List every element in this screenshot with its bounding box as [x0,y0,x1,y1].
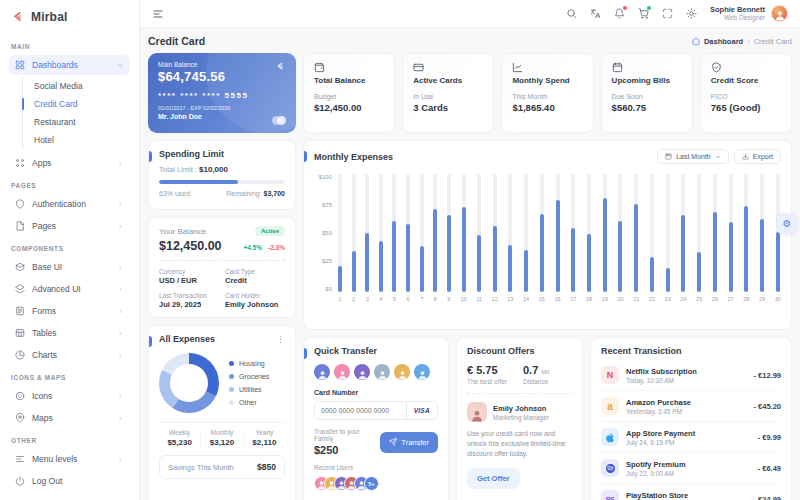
transaction-name: Netflix Subscription [626,367,746,376]
stat-value: $1,865.40 [512,102,582,113]
sidebar-item-advanced-ui[interactable]: Advanced UI [9,279,130,299]
home-icon[interactable] [692,37,700,45]
more-users-badge[interactable]: 5+ [364,476,379,491]
sidebar-item-maps[interactable]: Maps [9,408,130,428]
expense-stat-value: $3,120 [201,438,242,447]
sidebar-item-dashboards[interactable]: Dashboards [9,55,130,75]
chevron-right-icon [117,352,124,359]
sidebar-subitem-credit-card[interactable]: Credit Card [32,95,130,113]
transfer-contact-avatar[interactable] [414,364,430,380]
card-number-input[interactable] [315,402,406,419]
sidebar-item-menu-levels[interactable]: Menu levels [9,449,130,469]
sidebar-item-forms[interactable]: Forms [9,301,130,321]
distance-unit: Mil [541,369,549,375]
x-tick: 9 [447,296,450,302]
transfer-to-label: Transfer to your Family [314,428,380,442]
legend-other: Other [229,399,269,406]
bar-track [420,174,424,292]
app-logo[interactable]: Mirbal [9,8,130,34]
sidebar-subitem-hotel[interactable]: Hotel [32,131,130,149]
export-button[interactable]: Export [734,149,781,164]
expenses-donut-chart [159,353,219,413]
x-tick: 11 [476,296,482,302]
change-up: +4.5% [243,244,262,251]
netflix-icon: N [601,366,619,384]
notification-icon[interactable] [614,8,625,19]
sidebar-caption-components: Components [11,245,128,252]
transfer-contact-avatar[interactable] [314,364,330,380]
transaction-amount: - €12.99 [753,371,781,380]
sidebar-item-icons[interactable]: Icons [9,386,130,406]
legend-dot [229,374,234,379]
theme-sun-icon[interactable] [686,8,697,19]
sidebar-item-label: Advanced UI [32,284,110,294]
transfer-contact-avatar[interactable] [354,364,370,380]
fullscreen-icon[interactable] [662,8,673,19]
bar-day-18: 18 [586,174,592,302]
user-menu[interactable]: Sophie Bennett Web Designer [710,5,788,23]
stat-label: Budget [314,93,384,100]
sidebar-subitem-restaurant[interactable]: Restaurant [32,113,130,131]
cart-icon[interactable] [638,8,649,19]
sidebar-item-apps[interactable]: Apps [9,153,130,173]
x-tick: 7 [420,296,423,302]
bar-track [603,174,607,292]
bar-value [618,221,622,292]
sidebar-subitem-social-media[interactable]: Social Media [32,77,130,95]
sidebar-item-pages[interactable]: Pages [9,216,130,236]
sidebar-item-log-out[interactable]: Log Out [9,471,130,491]
bar-value [524,250,528,292]
legend-groceries: Groceries [229,373,269,380]
sidebar-item-base-ui[interactable]: Base UI [9,257,130,277]
kebab-menu-icon[interactable]: ⋮ [276,335,285,344]
transaction-row-netflix-subscription[interactable]: N Netflix Subscription Today, 10:30 AM -… [601,360,781,391]
translate-icon[interactable] [590,8,601,19]
transaction-row-app-store-payment[interactable]: App Store Payment July 24, 6:15 PM - €9.… [601,422,781,453]
transfer-contact-avatar[interactable] [334,364,350,380]
download-icon [742,153,749,160]
x-tick: 2 [352,296,355,302]
sidebar-caption-other: Other [11,437,128,444]
bar-track [760,174,764,292]
your-balance-card: Your Balance Active $12,450.00 +4.5% -2.… [148,217,296,318]
bar-value [776,232,780,292]
x-tick: 25 [696,296,702,302]
bar-track [666,174,670,292]
savings-value: $850 [257,462,276,472]
field-label: Last Transaction [159,292,219,299]
topbar: Sophie Bennett Web Designer [140,0,800,28]
sidebar-item-label: Dashboards [32,60,110,70]
bar-day-20: 20 [617,174,623,302]
expense-stat-label: Monthly [201,429,242,436]
discount-offers-card: Discount Offers € 5.75 The best offer 0.… [456,337,583,500]
transfer-contact-avatar[interactable] [374,364,390,380]
transaction-row-spotify-premium[interactable]: Spotify Premium July 22, 9:00 AM - €6.49 [601,453,781,484]
hamburger-icon[interactable] [152,8,164,20]
breadcrumb: Dashboard › Credit Card [692,37,792,46]
tables-icon [15,328,25,338]
sidebar-item-authentication[interactable]: Authentication [9,194,130,214]
bar-track [681,174,685,292]
balance-field-last-transaction: Last Transaction Jul 29, 2025 [159,292,219,309]
bar-value [681,215,685,292]
spending-limit-card: Spending Limit Total Limit : $10,000 63%… [148,140,296,210]
period-filter-dropdown[interactable]: Last Month [657,149,729,164]
search-icon[interactable] [566,8,577,19]
transaction-row-playstation-store[interactable]: PS PlayStation Store July 20, 4:20 PM - … [601,484,781,500]
x-tick: 24 [680,296,686,302]
transaction-name: Amazon Purchase [626,398,746,407]
breadcrumb-dashboard[interactable]: Dashboard [704,37,743,46]
transfer-button[interactable]: Transfer [380,432,438,453]
theme-customizer-button[interactable]: ⚙ [777,213,797,234]
stat-label: This Month [512,93,582,100]
sidebar-item-tables[interactable]: Tables [9,323,130,343]
bar-track [540,174,544,292]
transaction-row-amazon-purchase[interactable]: a Amazon Purchase Yesterday, 3:45 PM - €… [601,391,781,422]
card-number-masked: **** **** **** 5555 [158,91,286,100]
bar-track [729,174,733,292]
get-offer-button[interactable]: Get Offer [467,468,520,489]
apps-icon [15,158,25,168]
chevron-down-icon [715,154,721,160]
transfer-contact-avatar[interactable] [394,364,410,380]
sidebar-item-charts[interactable]: Charts [9,345,130,365]
